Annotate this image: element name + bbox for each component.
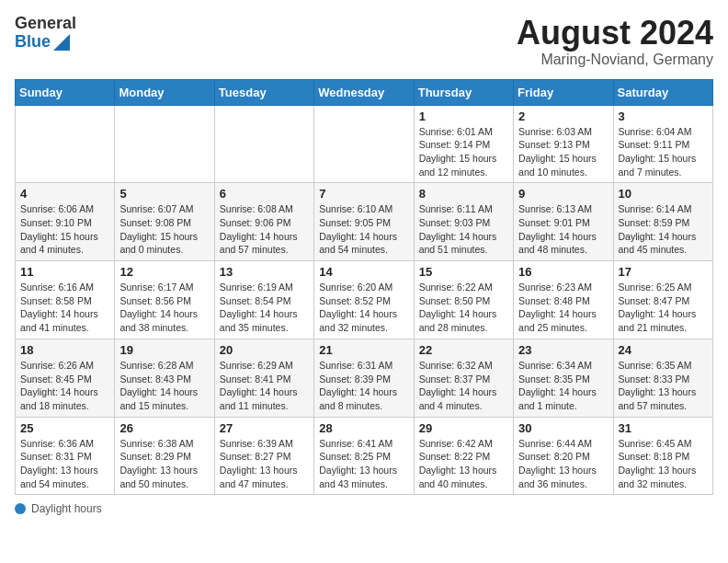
day-info: Sunrise: 6:06 AM Sunset: 9:10 PM Dayligh… <box>20 202 109 257</box>
day-cell: 8Sunrise: 6:11 AM Sunset: 9:03 PM Daylig… <box>414 183 513 261</box>
week-row-4: 18Sunrise: 6:26 AM Sunset: 8:45 PM Dayli… <box>16 339 713 417</box>
day-number: 22 <box>419 343 508 357</box>
day-info: Sunrise: 6:38 AM Sunset: 8:29 PM Dayligh… <box>119 437 209 491</box>
day-cell: 5Sunrise: 6:07 AM Sunset: 9:08 PM Daylig… <box>115 183 214 261</box>
day-cell: 18Sunrise: 6:26 AM Sunset: 8:45 PM Dayli… <box>16 339 115 417</box>
day-cell: 3Sunrise: 6:04 AM Sunset: 9:11 PM Daylig… <box>613 105 712 183</box>
day-cell: 25Sunrise: 6:36 AM Sunset: 8:31 PM Dayli… <box>16 417 115 495</box>
day-number: 23 <box>518 343 608 357</box>
day-number: 31 <box>619 421 708 435</box>
month-title: August 2024 <box>517 15 713 52</box>
day-cell <box>314 105 414 183</box>
day-info: Sunrise: 6:39 AM Sunset: 8:27 PM Dayligh… <box>220 437 309 491</box>
day-number: 25 <box>20 421 109 435</box>
day-cell: 20Sunrise: 6:29 AM Sunset: 8:41 PM Dayli… <box>214 339 313 417</box>
day-info: Sunrise: 6:08 AM Sunset: 9:06 PM Dayligh… <box>220 202 309 257</box>
day-cell: 1Sunrise: 6:01 AM Sunset: 9:14 PM Daylig… <box>414 105 513 183</box>
logo-general: General <box>15 15 76 33</box>
day-number: 4 <box>20 187 109 201</box>
day-number: 28 <box>319 421 408 435</box>
day-info: Sunrise: 6:26 AM Sunset: 8:45 PM Dayligh… <box>20 359 109 413</box>
day-number: 10 <box>619 187 708 201</box>
day-info: Sunrise: 6:31 AM Sunset: 8:39 PM Dayligh… <box>319 359 408 413</box>
header-row: SundayMondayTuesdayWednesdayThursdayFrid… <box>16 79 713 105</box>
logo-blue: Blue <box>15 33 51 52</box>
title-area: August 2024 Maring-Noviand, Germany <box>517 15 713 68</box>
day-number: 14 <box>319 265 408 279</box>
day-info: Sunrise: 6:16 AM Sunset: 8:58 PM Dayligh… <box>20 281 109 335</box>
header-cell-tuesday: Tuesday <box>214 79 313 105</box>
footer-note: Daylight hours <box>15 502 713 515</box>
day-number: 30 <box>518 421 608 435</box>
day-cell: 2Sunrise: 6:03 AM Sunset: 9:13 PM Daylig… <box>514 105 613 183</box>
day-info: Sunrise: 6:13 AM Sunset: 9:01 PM Dayligh… <box>518 202 608 257</box>
day-info: Sunrise: 6:10 AM Sunset: 9:05 PM Dayligh… <box>319 202 408 257</box>
day-cell <box>115 105 214 183</box>
day-number: 29 <box>419 421 508 435</box>
day-cell: 27Sunrise: 6:39 AM Sunset: 8:27 PM Dayli… <box>214 417 313 495</box>
day-info: Sunrise: 6:28 AM Sunset: 8:43 PM Dayligh… <box>119 359 209 413</box>
day-number: 9 <box>518 187 608 201</box>
day-info: Sunrise: 6:42 AM Sunset: 8:22 PM Dayligh… <box>419 437 508 491</box>
footer-label: Daylight hours <box>31 502 102 515</box>
day-number: 18 <box>20 343 109 357</box>
day-info: Sunrise: 6:22 AM Sunset: 8:50 PM Dayligh… <box>419 281 508 335</box>
day-info: Sunrise: 6:35 AM Sunset: 8:33 PM Dayligh… <box>619 359 708 413</box>
day-info: Sunrise: 6:44 AM Sunset: 8:20 PM Dayligh… <box>518 437 608 491</box>
day-cell: 28Sunrise: 6:41 AM Sunset: 8:25 PM Dayli… <box>314 417 414 495</box>
svg-marker-0 <box>53 34 70 51</box>
day-cell: 21Sunrise: 6:31 AM Sunset: 8:39 PM Dayli… <box>314 339 414 417</box>
day-info: Sunrise: 6:14 AM Sunset: 8:59 PM Dayligh… <box>619 202 708 257</box>
day-number: 15 <box>419 265 508 279</box>
day-info: Sunrise: 6:11 AM Sunset: 9:03 PM Dayligh… <box>419 202 508 257</box>
day-info: Sunrise: 6:03 AM Sunset: 9:13 PM Dayligh… <box>518 125 608 179</box>
day-info: Sunrise: 6:01 AM Sunset: 9:14 PM Dayligh… <box>419 125 508 179</box>
day-cell: 11Sunrise: 6:16 AM Sunset: 8:58 PM Dayli… <box>16 261 115 339</box>
logo: General Blue <box>15 15 76 52</box>
day-info: Sunrise: 6:36 AM Sunset: 8:31 PM Dayligh… <box>20 437 109 491</box>
day-number: 12 <box>119 265 209 279</box>
day-cell: 29Sunrise: 6:42 AM Sunset: 8:22 PM Dayli… <box>414 417 513 495</box>
day-cell: 4Sunrise: 6:06 AM Sunset: 9:10 PM Daylig… <box>16 183 115 261</box>
day-number: 13 <box>220 265 309 279</box>
day-number: 3 <box>619 109 708 123</box>
calendar-table: SundayMondayTuesdayWednesdayThursdayFrid… <box>15 79 713 496</box>
day-cell: 9Sunrise: 6:13 AM Sunset: 9:01 PM Daylig… <box>514 183 613 261</box>
day-cell: 13Sunrise: 6:19 AM Sunset: 8:54 PM Dayli… <box>214 261 313 339</box>
day-number: 2 <box>518 109 608 123</box>
day-info: Sunrise: 6:29 AM Sunset: 8:41 PM Dayligh… <box>220 359 309 413</box>
day-number: 5 <box>119 187 209 201</box>
day-cell: 16Sunrise: 6:23 AM Sunset: 8:48 PM Dayli… <box>514 261 613 339</box>
header-cell-wednesday: Wednesday <box>314 79 414 105</box>
day-number: 24 <box>619 343 708 357</box>
day-cell: 24Sunrise: 6:35 AM Sunset: 8:33 PM Dayli… <box>613 339 712 417</box>
day-info: Sunrise: 6:23 AM Sunset: 8:48 PM Dayligh… <box>518 281 608 335</box>
day-info: Sunrise: 6:17 AM Sunset: 8:56 PM Dayligh… <box>119 281 209 335</box>
day-cell: 31Sunrise: 6:45 AM Sunset: 8:18 PM Dayli… <box>613 417 712 495</box>
day-number: 26 <box>119 421 209 435</box>
day-info: Sunrise: 6:20 AM Sunset: 8:52 PM Dayligh… <box>319 281 408 335</box>
day-cell: 15Sunrise: 6:22 AM Sunset: 8:50 PM Dayli… <box>414 261 513 339</box>
day-number: 8 <box>419 187 508 201</box>
day-cell: 26Sunrise: 6:38 AM Sunset: 8:29 PM Dayli… <box>115 417 214 495</box>
header-cell-saturday: Saturday <box>613 79 712 105</box>
day-cell: 23Sunrise: 6:34 AM Sunset: 8:35 PM Dayli… <box>514 339 613 417</box>
day-info: Sunrise: 6:04 AM Sunset: 9:11 PM Dayligh… <box>619 125 708 179</box>
week-row-2: 4Sunrise: 6:06 AM Sunset: 9:10 PM Daylig… <box>16 183 713 261</box>
footer-dot-icon <box>15 503 26 514</box>
day-cell: 12Sunrise: 6:17 AM Sunset: 8:56 PM Dayli… <box>115 261 214 339</box>
day-number: 6 <box>220 187 309 201</box>
header: General Blue August 2024 Maring-Noviand,… <box>15 15 713 68</box>
header-cell-thursday: Thursday <box>414 79 513 105</box>
header-cell-friday: Friday <box>514 79 613 105</box>
day-cell: 30Sunrise: 6:44 AM Sunset: 8:20 PM Dayli… <box>514 417 613 495</box>
day-cell: 10Sunrise: 6:14 AM Sunset: 8:59 PM Dayli… <box>613 183 712 261</box>
day-info: Sunrise: 6:25 AM Sunset: 8:47 PM Dayligh… <box>619 281 708 335</box>
day-number: 16 <box>518 265 608 279</box>
header-cell-sunday: Sunday <box>16 79 115 105</box>
day-info: Sunrise: 6:45 AM Sunset: 8:18 PM Dayligh… <box>619 437 708 491</box>
day-cell: 19Sunrise: 6:28 AM Sunset: 8:43 PM Dayli… <box>115 339 214 417</box>
day-info: Sunrise: 6:19 AM Sunset: 8:54 PM Dayligh… <box>220 281 309 335</box>
day-number: 20 <box>220 343 309 357</box>
day-cell <box>214 105 313 183</box>
